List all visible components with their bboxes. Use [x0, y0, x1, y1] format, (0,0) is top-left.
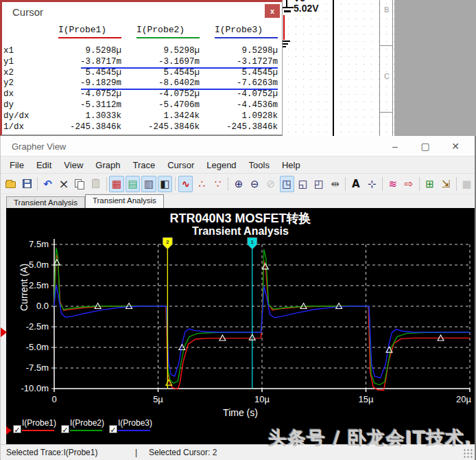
graph-properties-button[interactable]: ▥	[141, 176, 156, 192]
add-text-button[interactable]: A	[348, 176, 363, 192]
cursor-table: I(Probe1)I(Probe2)I(Probe3)x19.5298µ9.52…	[2, 23, 281, 136]
circuit-wire-red	[283, 15, 285, 40]
cursor-table-header: I(Probe1)I(Probe2)I(Probe3)	[43, 25, 278, 35]
cursor-value: -245.3846k	[43, 122, 121, 132]
column-trace-color-line	[136, 37, 200, 38]
menu-trace[interactable]: Trace	[126, 159, 161, 172]
cursor-value: -245.3846k	[121, 122, 200, 132]
trace-iprobe3[interactable]	[54, 285, 470, 378]
screen: V5 5.02V B C Cursor x I(Probe1)I(Probe2)…	[0, 0, 476, 460]
cursor-value: -5.3112m	[43, 100, 121, 110]
black-white-button[interactable]: ◧	[158, 176, 172, 192]
circuit-wire	[333, 0, 334, 136]
cursor-row-label: x2	[3, 68, 14, 78]
cursor-row-label: dy	[3, 100, 14, 110]
zoom-out-button[interactable]: ⊖	[248, 176, 262, 192]
export-button[interactable]: ⇨	[401, 176, 416, 192]
zoom-restore-button: ⊘	[263, 176, 278, 192]
zoom-area-button[interactable]: ◳	[280, 176, 294, 192]
cursor-value: -8.6402m	[121, 78, 200, 88]
x-tick-label: 10µ	[254, 394, 270, 404]
menu-graph[interactable]: Graph	[89, 159, 126, 172]
show-grid-button[interactable]: ▦	[109, 176, 123, 192]
toolbar-separator	[37, 177, 38, 191]
line-point-style-button[interactable]: ∵	[211, 176, 225, 192]
cursor-value: 9.5298µ	[121, 46, 200, 56]
legend-checkbox[interactable]: ✓	[109, 425, 117, 433]
show-cursors-button[interactable]: ⊹	[365, 176, 379, 192]
overlay-traces-button[interactable]: ≋	[385, 176, 400, 192]
legend-checkbox[interactable]: ✓	[13, 425, 21, 433]
cursor-table-column-header: I(Probe3)	[200, 25, 278, 35]
paste-button	[88, 176, 103, 192]
zoom-vertical-button[interactable]: ◰	[311, 176, 326, 192]
chart-title: RTR040N3 MOSFET转换	[6, 210, 475, 227]
status-separator: |	[135, 448, 137, 457]
cursor-table-row: x25.4545µ5.4545µ5.4545µ	[3, 68, 279, 79]
line-style-button[interactable]: ∿	[178, 176, 193, 192]
menu-cursor[interactable]: Cursor	[161, 159, 200, 172]
y-tick-label: -2.5m	[26, 321, 49, 332]
maximize-button[interactable]: ▢	[412, 136, 439, 157]
undo-button[interactable]: ↶	[40, 176, 55, 192]
y-axis-label: Current (A)	[19, 264, 29, 311]
sheet-border-letter-c: C	[384, 72, 390, 80]
cursor-flag-number: 2	[166, 239, 169, 245]
y-tick-label: -5.0m	[26, 342, 49, 352]
save-button[interactable]	[19, 176, 34, 192]
export-excel-button[interactable]: ⊞	[423, 176, 437, 192]
copy-button[interactable]	[73, 176, 87, 192]
cursor-value: 5.4545µ	[200, 68, 278, 78]
cursor-value: -4.4536m	[200, 100, 278, 110]
close-button[interactable]: ✕	[442, 136, 469, 157]
menu-file[interactable]: File	[3, 159, 30, 172]
cursor-value: -5.4706m	[121, 100, 200, 110]
chart-legend: ✓I(Probe1)✓I(Probe2)✓I(Probe3)	[6, 418, 475, 443]
tab-transient-analysis-1[interactable]: Transient Analysis	[6, 196, 85, 208]
legend-checkbox[interactable]: ✓	[61, 425, 69, 433]
menu-legend[interactable]: Legend	[200, 159, 242, 172]
point-style-button[interactable]: ∴	[194, 176, 209, 192]
cursor-value: 1.3033k	[43, 111, 121, 121]
menu-edit[interactable]: Edit	[30, 159, 58, 172]
show-legend-button[interactable]: ▤	[126, 176, 140, 192]
pan-button[interactable]: ⇹	[328, 176, 342, 192]
menu-help[interactable]: Help	[276, 159, 307, 172]
cursor-value: -245.3846k	[200, 122, 278, 132]
menu-tools[interactable]: Tools	[243, 159, 276, 172]
zoom-horizontal-button[interactable]: ◱	[296, 176, 310, 192]
cursor-window: Cursor x I(Probe1)I(Probe2)I(Probe3)x19.…	[0, 0, 283, 136]
x-tick-label: 5µ	[153, 394, 163, 404]
export-labview-button[interactable]: ⇲	[438, 176, 453, 192]
toolbar-separator	[175, 177, 176, 191]
toolbar-separator	[106, 177, 107, 191]
cursor-window-close-button[interactable]: x	[265, 4, 280, 18]
cursor-value: 1.0928k	[200, 111, 278, 121]
zoom-in-button[interactable]: ⊕	[231, 176, 246, 192]
legend-trace-color-line	[70, 430, 102, 431]
resize-grip[interactable]	[464, 449, 473, 459]
legend-label: I(Probe1)	[22, 418, 56, 428]
cursor-flag-number: 1	[251, 239, 254, 245]
cursor-row-label: y2	[3, 78, 14, 88]
minimize-button[interactable]: –	[381, 136, 409, 157]
open-icon	[5, 181, 16, 188]
legend-label: I(Probe3)	[118, 418, 152, 428]
cursor-table-column-header: I(Probe2)	[121, 25, 200, 35]
copy-icon	[75, 179, 84, 189]
axis-pointer-icon	[1, 327, 7, 337]
legend-label: I(Probe2)	[70, 418, 104, 428]
tab-transient-analysis-2[interactable]: Transient Analysis	[85, 194, 164, 208]
delete-button[interactable]: ×	[56, 176, 71, 192]
sheet-border-divider	[379, 45, 393, 46]
cursor-value: -4.0752µ	[121, 89, 200, 99]
menubar: FileEditViewGraphTraceCursorLegendToolsH…	[1, 157, 475, 174]
toolbar-separator	[228, 177, 228, 191]
menu-view[interactable]: View	[58, 159, 89, 172]
status-selected-trace: Selected Trace:I(Probe1)	[6, 448, 97, 457]
status-selected-cursor: Selected Cursor: 2	[149, 448, 217, 457]
column-trace-color-line	[58, 37, 121, 38]
open-button[interactable]	[3, 176, 18, 192]
toolbar: ↶×▦▤▥◧∿∴∵⊕⊖⊘◳◱◰⇹A⊹≋⇨⊞⇲■	[1, 174, 475, 194]
tabbar: Transient AnalysisTransient Analysis	[1, 194, 475, 208]
